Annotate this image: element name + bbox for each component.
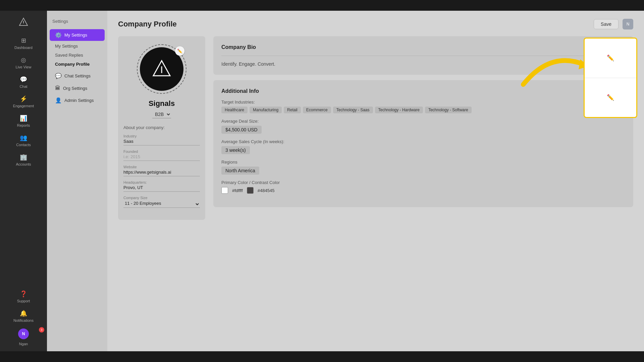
my-settings-icon: ⚙️ <box>55 32 62 38</box>
profile-card: ✏️ Signals B2B B2C About your company: I… <box>118 36 205 220</box>
industry-field: Industry Saas <box>123 134 200 145</box>
page-title: Company Profile <box>118 20 177 28</box>
company-logo-svg <box>152 59 172 79</box>
tag-healthcare: Healthcare <box>221 107 248 113</box>
nav-item-chat[interactable]: 💬 Chat <box>0 72 47 92</box>
headquarters-field: Headquarters: Provo, UT <box>123 180 200 192</box>
settings-section-my-settings[interactable]: ⚙️ My Settings <box>50 29 105 41</box>
support-icon: ❓ <box>20 290 27 298</box>
tag-manufacturing: Manufacturing <box>250 107 282 113</box>
nav-item-dashboard[interactable]: ⊞ Dashboard <box>0 34 47 53</box>
settings-sidebar: Settings ⚙️ My Settings My Settings Save… <box>47 11 107 351</box>
about-section: About your company: Industry Saas Founde… <box>123 125 200 212</box>
website-value: https://www.getsignals.ai <box>123 170 200 176</box>
headquarters-value: Provo, UT <box>123 185 200 192</box>
company-size-select[interactable]: 11 - 20 Employees 1 - 10 Employees 21 - … <box>123 200 200 208</box>
avg-sales-cycle-label: Average Sales Cycle (In weeks): <box>221 139 625 144</box>
color-white-hex: #fdffff <box>232 188 243 193</box>
color-label: Primary Color / Contrast Color <box>221 180 625 185</box>
content-grid: ✏️ Signals B2B B2C About your company: I… <box>118 36 633 220</box>
company-size-field: Company Size 11 - 20 Employees 1 - 10 Em… <box>123 196 200 208</box>
settings-sidebar-title: Settings <box>47 16 107 26</box>
color-row: Primary Color / Contrast Color #fdffff #… <box>221 180 625 194</box>
founded-field: Founded i.e: 2015 <box>123 149 200 161</box>
page-header: Company Profile Save N <box>118 19 633 29</box>
headquarters-label: Headquarters: <box>123 180 200 184</box>
tag-tech-saas: Technology - Saas <box>333 107 373 113</box>
settings-sub-company-profile[interactable]: Company Profile <box>47 60 107 69</box>
bell-icon: 🔔 <box>20 310 27 317</box>
tag-tech-software: Technology - Software <box>425 107 472 113</box>
chat-icon: 💬 <box>20 76 27 83</box>
avg-deal-size-value: $4,500.00 USD <box>221 126 262 134</box>
nav-item-contacts[interactable]: 👥 Contacts <box>0 131 47 150</box>
color-dark-hex: #484545 <box>258 188 275 193</box>
about-title: About your company: <box>123 125 200 130</box>
save-button[interactable]: Save <box>594 19 619 29</box>
header-avatar: N <box>623 19 633 29</box>
main-content: ✏️ ✏️ Company Profile Save N <box>107 11 644 351</box>
color-swatches: #fdffff #484545 <box>221 187 625 194</box>
nav-item-support[interactable]: ❓ Support <box>0 287 47 306</box>
chat-settings-icon: 💬 <box>55 73 62 79</box>
top-bar <box>0 0 644 11</box>
target-industries-row: Target Industries: Healthcare Manufactur… <box>221 100 625 113</box>
nav-item-notifications[interactable]: 🔔 Notifications <box>0 306 47 326</box>
tag-tech-hardware: Technology - Hardware <box>375 107 423 113</box>
company-size-label: Company Size <box>123 196 200 200</box>
additional-info-card: ✏️ Additional Info Target Industries: He… <box>213 80 633 207</box>
nav-user-avatar[interactable]: N 3 <box>0 326 47 342</box>
contacts-icon: 👥 <box>20 134 27 141</box>
website-field: Website https://www.getsignals.ai <box>123 165 200 176</box>
color-swatch-dark <box>247 187 254 194</box>
bio-section: ✏️ Company Bio Identify. Engage. Convert… <box>213 36 633 220</box>
avg-sales-cycle-value: 3 week(s) <box>221 146 250 154</box>
settings-sub-my-settings[interactable]: My Settings <box>47 42 107 51</box>
reports-icon: 📊 <box>20 115 27 122</box>
regions-row: Regions North America <box>221 160 625 175</box>
settings-section-org-settings[interactable]: 🏛 Org Settings <box>50 82 105 94</box>
nav-item-engagement[interactable]: ⚡ Engagement <box>0 92 47 111</box>
industry-value: Saas <box>123 139 200 145</box>
org-settings-icon: 🏛 <box>55 85 60 91</box>
avatar: N <box>18 328 29 339</box>
target-industries-tags: Healthcare Manufacturing Retail Ecommerc… <box>221 107 625 113</box>
left-nav: ⊞ Dashboard ◎ Live View 💬 Chat ⚡ Engagem… <box>0 11 47 351</box>
avg-sales-cycle-row: Average Sales Cycle (In weeks): 3 week(s… <box>221 139 625 154</box>
industry-label: Industry <box>123 134 200 138</box>
live-view-icon: ◎ <box>21 56 26 64</box>
bio-card: ✏️ Company Bio Identify. Engage. Convert… <box>213 36 633 75</box>
bottom-bar <box>0 351 644 362</box>
profile-image-container: ✏️ <box>137 44 186 94</box>
nav-item-accounts[interactable]: 🏢 Accounts <box>0 150 47 170</box>
admin-settings-icon: 👤 <box>55 97 62 104</box>
nav-item-live-view[interactable]: ◎ Live View <box>0 53 47 72</box>
bio-card-title: Company Bio <box>221 44 625 50</box>
notification-badge: 3 <box>39 327 44 333</box>
company-type-select[interactable]: B2B B2C <box>152 111 171 118</box>
profile-image-dashed: ✏️ <box>137 44 186 94</box>
bio-text: Identify. Engage. Convert. <box>221 61 625 67</box>
avg-deal-size-row: Average Deal Size: $4,500.00 USD <box>221 119 625 134</box>
dashboard-icon: ⊞ <box>21 37 26 44</box>
additional-edit-button[interactable]: ✏️ <box>621 85 628 92</box>
settings-section-admin-settings[interactable]: 👤 Admin Settings <box>50 95 105 106</box>
target-industries-label: Target Industries: <box>221 100 625 105</box>
additional-info-title: Additional Info <box>221 88 625 94</box>
settings-section-chat-settings[interactable]: 💬 Chat Settings <box>50 70 105 82</box>
nav-item-reports[interactable]: 📊 Reports <box>0 111 47 131</box>
settings-sub-saved-replies[interactable]: Saved Replies <box>47 51 107 60</box>
logo[interactable] <box>0 15 47 34</box>
company-name: Signals <box>149 99 175 108</box>
bio-divider <box>221 56 625 56</box>
regions-value: North America <box>221 167 259 175</box>
nav-user-label: Ngan <box>0 342 47 347</box>
founded-label: Founded <box>123 149 200 154</box>
founded-placeholder: i.e: 2015 <box>123 154 200 161</box>
tag-retail: Retail <box>284 107 301 113</box>
engagement-icon: ⚡ <box>20 95 27 103</box>
avg-deal-size-label: Average Deal Size: <box>221 119 625 124</box>
bio-edit-button[interactable]: ✏️ <box>621 42 628 48</box>
edit-photo-button[interactable]: ✏️ <box>175 46 184 56</box>
regions-label: Regions <box>221 160 625 165</box>
